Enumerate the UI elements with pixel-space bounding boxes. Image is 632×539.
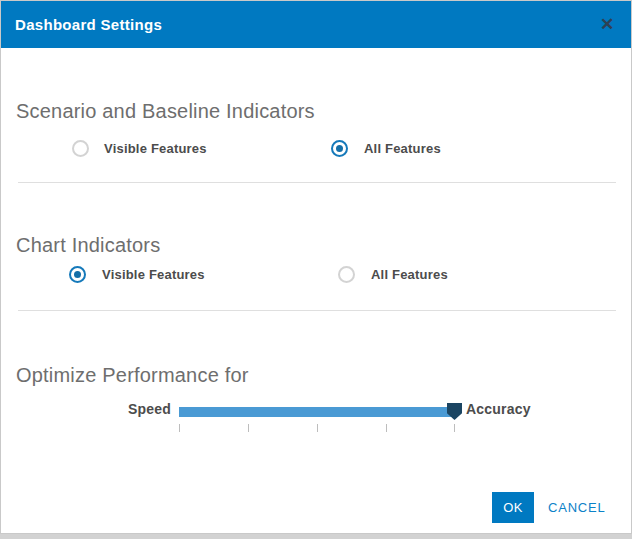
performance-slider-handle[interactable] <box>447 403 462 420</box>
radio-circle-icon[interactable] <box>338 266 355 283</box>
slider-tick <box>454 424 455 432</box>
dashboard-settings-dialog: Dashboard Settings ✕ Scenario and Baseli… <box>0 0 632 534</box>
section-divider <box>18 310 616 311</box>
dialog-header: Dashboard Settings ✕ <box>1 1 631 48</box>
radio-scenario-all-features[interactable]: All Features <box>331 140 441 157</box>
section-heading-optimize-performance: Optimize Performance for <box>16 364 249 387</box>
radio-circle-icon[interactable] <box>69 266 86 283</box>
radio-label: All Features <box>364 141 441 156</box>
slider-tick <box>248 424 249 432</box>
radio-chart-visible-features[interactable]: Visible Features <box>69 266 205 283</box>
radio-chart-all-features[interactable]: All Features <box>338 266 448 283</box>
section-heading-chart-indicators: Chart Indicators <box>16 234 160 257</box>
section-heading-scenario-baseline: Scenario and Baseline Indicators <box>16 100 315 123</box>
radio-label: All Features <box>371 267 448 282</box>
close-icon[interactable]: ✕ <box>596 14 618 36</box>
cancel-button[interactable]: CANCEL <box>548 492 606 523</box>
slider-tick <box>317 424 318 432</box>
radio-scenario-visible-features[interactable]: Visible Features <box>72 140 207 157</box>
slider-tick <box>386 424 387 432</box>
slider-speed-label: Speed <box>128 401 171 417</box>
radio-label: Visible Features <box>104 141 207 156</box>
ok-button[interactable]: OK <box>492 492 534 523</box>
radio-label: Visible Features <box>102 267 205 282</box>
radio-circle-icon[interactable] <box>331 140 348 157</box>
section-divider <box>18 182 616 183</box>
slider-accuracy-label: Accuracy <box>466 401 531 417</box>
radio-circle-icon[interactable] <box>72 140 89 157</box>
slider-tick <box>179 424 180 432</box>
dialog-title: Dashboard Settings <box>15 16 162 33</box>
performance-slider-track[interactable] <box>179 407 457 417</box>
